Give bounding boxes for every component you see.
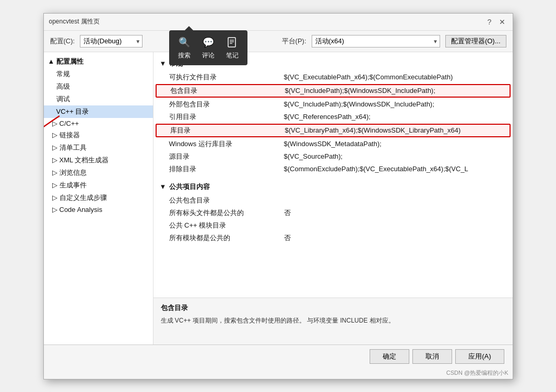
platform-label: 平台(P):: [282, 37, 306, 46]
custom-build-arrow-icon: ▷: [52, 194, 57, 201]
prop-name-winrt-library: Windows 运行库目录: [169, 139, 284, 149]
title-bar: opencvtest 属性页 ? ✕: [44, 14, 513, 31]
browse-arrow-icon: ▷: [52, 169, 57, 176]
sidebar-item-general[interactable]: 常规: [44, 68, 153, 80]
description-area: 包含目录 生成 VC++ 项目期间，搜索包含文件时使用的路径。 与环境变量 IN…: [153, 298, 513, 345]
section-public-arrow: ▼: [160, 183, 167, 191]
toolbar-popup: 🔍 搜索 💬 评论 笔记: [169, 30, 247, 65]
sidebar-section-arrow: ▲: [48, 57, 55, 65]
browse-label: 浏览信息: [60, 168, 87, 177]
prop-row-executable[interactable]: 可执行文件目录 $(VC_ExecutablePath_x64);$(Commo…: [153, 71, 513, 84]
sidebar-item-code-analysis[interactable]: ▷ Code Analysis: [44, 204, 153, 215]
linker-arrow-icon: ▷: [52, 131, 57, 139]
platform-select-wrapper: 活动(x64) ▼: [312, 35, 440, 47]
config-select[interactable]: 活动(Debug): [80, 35, 143, 47]
prop-row-library[interactable]: 库目录 $(VC_LibraryPath_x64);$(WindowsSDK_L…: [156, 124, 511, 137]
prop-row-public-cpp-module[interactable]: 公共 C++ 模块目录: [153, 219, 513, 232]
svg-rect-0: [228, 38, 235, 47]
prop-name-public-cpp-module: 公共 C++ 模块目录: [169, 221, 284, 230]
xml-arrow-icon: ▷: [52, 156, 57, 164]
prop-row-public-include[interactable]: 公共包含目录: [153, 194, 513, 207]
description-text: 生成 VC++ 项目期间，搜索包含文件时使用的路径。 与环境变量 INCLUDE…: [161, 316, 505, 325]
sidebar-item-linker[interactable]: ▷ 链接器: [44, 129, 153, 141]
sidebar-item-manifest[interactable]: ▷ 清单工具: [44, 141, 153, 154]
prop-row-reference[interactable]: 引用目录 $(VC_ReferencesPath_x64);: [153, 111, 513, 123]
sidebar-item-xml[interactable]: ▷ XML 文档生成器: [44, 154, 153, 167]
prop-value-source: $(VC_SourcePath);: [284, 152, 506, 160]
watermark: CSDN @热爱编程的小K: [44, 368, 513, 379]
prop-name-exclude: 排除目录: [169, 164, 284, 174]
apply-button[interactable]: 应用(A): [455, 349, 504, 364]
platform-select[interactable]: 活动(x64): [312, 35, 440, 47]
prop-name-all-modules-public: 所有模块都是公共的: [169, 233, 284, 243]
config-manager-button[interactable]: 配置管理器(O)...: [445, 35, 506, 47]
prop-value-executable: $(VC_ExecutablePath_x64);$(CommonExecuta…: [284, 73, 506, 81]
cpp-label: C/C++: [60, 120, 79, 127]
dialog-title: opencvtest 属性页: [49, 17, 100, 26]
search-icon: 🔍: [178, 35, 191, 49]
sidebar-section-config[interactable]: ▲ 配置属性: [44, 55, 153, 68]
window-controls: ? ✕: [484, 17, 507, 27]
sidebar-item-browse[interactable]: ▷ 浏览信息: [44, 167, 153, 179]
prop-name-executable: 可执行文件目录: [169, 73, 284, 82]
prop-row-source[interactable]: 源目录 $(VC_SourcePath);: [153, 150, 513, 163]
prop-row-winrt-library[interactable]: Windows 运行库目录 $(WindowsSDK_MetadataPath)…: [153, 138, 513, 150]
code-analysis-label: Code Analysis: [60, 206, 102, 213]
prop-value-winrt-library: $(WindowsSDK_MetadataPath);: [284, 140, 506, 148]
prop-row-exclude[interactable]: 排除目录 $(CommonExcludePath);$(VC_Executabl…: [153, 163, 513, 175]
prop-name-include: 包含目录: [170, 86, 285, 96]
prop-row-external-include[interactable]: 外部包含目录 $(VC_IncludePath);$(WindowsSDK_In…: [153, 98, 513, 111]
prop-value-external-include: $(VC_IncludePath);$(WindowsSDK_IncludePa…: [284, 100, 506, 108]
close-button[interactable]: ✕: [497, 17, 507, 27]
prop-value-exclude: $(CommonExcludePath);$(VC_ExecutablePath…: [284, 165, 506, 173]
property-dialog: opencvtest 属性页 ? ✕ 🔍 搜索 💬 评论 笔记: [43, 13, 513, 379]
section-general-arrow: ▼: [160, 60, 167, 67]
prop-row-include[interactable]: 包含目录 $(VC_IncludePath);$(WindowsSDK_Incl…: [156, 84, 511, 98]
prop-name-source: 源目录: [169, 152, 284, 161]
help-button[interactable]: ?: [484, 17, 495, 27]
toolbar-comment[interactable]: 💬 评论: [202, 35, 215, 60]
sidebar-item-cpp[interactable]: ▷ C/C++: [44, 118, 153, 129]
sidebar-item-build-events[interactable]: ▷ 生成事件: [44, 179, 153, 192]
sidebar-item-debug[interactable]: 调试: [44, 93, 153, 105]
sidebar-item-vc-dirs[interactable]: VC++ 目录: [44, 105, 153, 118]
build-events-arrow-icon: ▷: [52, 181, 57, 189]
prop-row-all-modules-public[interactable]: 所有模块都是公共的 否: [153, 232, 513, 244]
cancel-button[interactable]: 取消: [412, 349, 452, 364]
main-content: ▲ 配置属性 常规 高级 调试 VC++ 目录 ▷ C/C++ ▷ 链接器 ▷ …: [44, 52, 513, 345]
prop-value-include: $(VC_IncludePath);$(WindowsSDK_IncludePa…: [285, 87, 505, 94]
content-area: ▼ 常规 可执行文件目录 $(VC_ExecutablePath_x64);$(…: [153, 52, 513, 345]
properties-table: ▼ 常规 可执行文件目录 $(VC_ExecutablePath_x64);$(…: [153, 52, 513, 298]
sidebar-item-custom-build[interactable]: ▷ 自定义生成步骤: [44, 192, 153, 204]
config-select-wrapper: 活动(Debug) ▼: [80, 35, 143, 47]
comment-label: 评论: [202, 51, 215, 60]
ok-button[interactable]: 确定: [370, 349, 409, 364]
sidebar-item-advanced[interactable]: 高级: [44, 80, 153, 93]
toolbar-search[interactable]: 🔍 搜索: [178, 35, 191, 60]
comment-icon: 💬: [202, 35, 215, 49]
prop-name-reference: 引用目录: [169, 112, 284, 122]
config-bar: 配置(C): 活动(Debug) ▼ 平台(P): 活动(x64) ▼ 配置管理…: [44, 31, 513, 52]
prop-value-reference: $(VC_ReferencesPath_x64);: [284, 113, 506, 121]
linker-label: 链接器: [60, 130, 80, 140]
cpp-arrow-icon: ▷: [52, 120, 57, 127]
build-events-label: 生成事件: [60, 181, 87, 190]
section-public-header[interactable]: ▼ 公共项目内容: [153, 180, 513, 194]
sidebar: ▲ 配置属性 常规 高级 调试 VC++ 目录 ▷ C/C++ ▷ 链接器 ▷ …: [44, 52, 153, 345]
note-icon: [226, 35, 239, 49]
prop-name-all-headers-public: 所有标头文件都是公共的: [169, 208, 284, 218]
sidebar-section-label: 配置属性: [56, 57, 84, 66]
note-label: 笔记: [226, 51, 239, 60]
description-title: 包含目录: [161, 303, 505, 313]
prop-name-public-include: 公共包含目录: [169, 196, 284, 205]
search-label: 搜索: [178, 51, 191, 60]
manifest-arrow-icon: ▷: [52, 144, 57, 151]
prop-name-library: 库目录: [170, 126, 285, 135]
custom-build-label: 自定义生成步骤: [60, 193, 107, 203]
config-label: 配置(C):: [50, 37, 75, 46]
prop-row-all-headers-public[interactable]: 所有标头文件都是公共的 否: [153, 207, 513, 219]
toolbar-note[interactable]: 笔记: [226, 35, 239, 60]
manifest-label: 清单工具: [60, 143, 87, 152]
xml-label: XML 文档生成器: [60, 156, 109, 165]
prop-value-all-headers-public: 否: [284, 208, 506, 218]
